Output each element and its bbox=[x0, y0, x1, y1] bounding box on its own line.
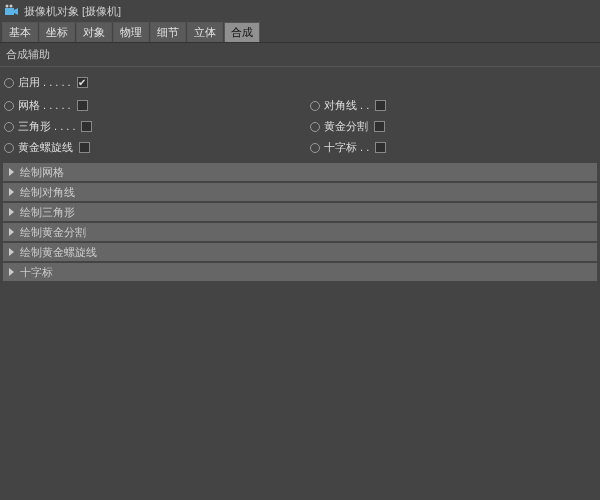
chevron-right-icon bbox=[9, 248, 14, 256]
chevron-right-icon bbox=[9, 268, 14, 276]
prop-crosshair-row: 十字标 . . bbox=[310, 140, 596, 155]
grid-checkbox[interactable] bbox=[77, 100, 88, 111]
tab-stereo[interactable]: 立体 bbox=[187, 22, 223, 42]
panel-label: 绘制三角形 bbox=[20, 205, 75, 220]
anim-dot-icon[interactable] bbox=[4, 101, 14, 111]
window-title: 摄像机对象 [摄像机] bbox=[24, 4, 121, 19]
panel-label: 绘制黄金分割 bbox=[20, 225, 86, 240]
diagonal-checkbox[interactable] bbox=[375, 100, 386, 111]
enable-checkbox[interactable]: ✔ bbox=[77, 77, 88, 88]
golden-label: 黄金分割 bbox=[324, 119, 368, 134]
grid-label: 网格 . . . . . bbox=[18, 98, 71, 113]
titlebar: 摄像机对象 [摄像机] bbox=[0, 0, 600, 22]
crosshair-label: 十字标 . . bbox=[324, 140, 369, 155]
tab-comp[interactable]: 合成 bbox=[224, 22, 260, 42]
anim-dot-icon[interactable] bbox=[310, 143, 320, 153]
chevron-right-icon bbox=[9, 228, 14, 236]
collapsible-panels: 绘制网格 绘制对角线 绘制三角形 绘制黄金分割 绘制黄金螺旋线 十字标 bbox=[0, 163, 600, 281]
enable-label: 启用 . . . . . bbox=[18, 75, 71, 90]
prop-grid-row: 网格 . . . . . bbox=[4, 98, 290, 113]
chevron-right-icon bbox=[9, 208, 14, 216]
anim-dot-icon[interactable] bbox=[310, 101, 320, 111]
tab-strip: 基本 坐标 对象 物理 细节 立体 合成 bbox=[0, 22, 600, 43]
spiral-label: 黄金螺旋线 bbox=[18, 140, 73, 155]
triangle-checkbox[interactable] bbox=[81, 121, 92, 132]
panel-label: 绘制黄金螺旋线 bbox=[20, 245, 97, 260]
panel-draw-diagonal[interactable]: 绘制对角线 bbox=[3, 183, 597, 201]
tab-detail[interactable]: 细节 bbox=[150, 22, 186, 42]
chevron-right-icon bbox=[9, 168, 14, 176]
panel-draw-golden[interactable]: 绘制黄金分割 bbox=[3, 223, 597, 241]
panel-draw-spiral[interactable]: 绘制黄金螺旋线 bbox=[3, 243, 597, 261]
triangle-label: 三角形 . . . . bbox=[18, 119, 75, 134]
prop-diagonal-row: 对角线 . . bbox=[310, 98, 596, 113]
properties-area: 启用 . . . . . ✔ 网格 . . . . . 对角线 . . 三角形 … bbox=[0, 67, 600, 163]
anim-dot-icon[interactable] bbox=[4, 78, 14, 88]
panel-draw-grid[interactable]: 绘制网格 bbox=[3, 163, 597, 181]
chevron-right-icon bbox=[9, 188, 14, 196]
panel-crosshair[interactable]: 十字标 bbox=[3, 263, 597, 281]
prop-spiral-row: 黄金螺旋线 bbox=[4, 140, 290, 155]
section-heading: 合成辅助 bbox=[0, 43, 600, 67]
svg-point-2 bbox=[6, 5, 9, 8]
svg-marker-1 bbox=[14, 8, 18, 15]
svg-rect-0 bbox=[5, 8, 14, 15]
prop-golden-row: 黄金分割 bbox=[310, 119, 596, 134]
golden-checkbox[interactable] bbox=[374, 121, 385, 132]
prop-enable-row: 启用 . . . . . ✔ bbox=[4, 75, 596, 90]
tab-object[interactable]: 对象 bbox=[76, 22, 112, 42]
panel-label: 十字标 bbox=[20, 265, 53, 280]
camera-icon bbox=[4, 3, 20, 19]
diagonal-label: 对角线 . . bbox=[324, 98, 369, 113]
panel-draw-triangle[interactable]: 绘制三角形 bbox=[3, 203, 597, 221]
svg-point-3 bbox=[10, 5, 13, 8]
tab-basic[interactable]: 基本 bbox=[2, 22, 38, 42]
anim-dot-icon[interactable] bbox=[4, 143, 14, 153]
anim-dot-icon[interactable] bbox=[310, 122, 320, 132]
prop-triangle-row: 三角形 . . . . bbox=[4, 119, 290, 134]
prop-grid: 网格 . . . . . 对角线 . . 三角形 . . . . 黄金分割 黄金… bbox=[4, 98, 596, 155]
crosshair-checkbox[interactable] bbox=[375, 142, 386, 153]
panel-label: 绘制对角线 bbox=[20, 185, 75, 200]
spiral-checkbox[interactable] bbox=[79, 142, 90, 153]
panel-label: 绘制网格 bbox=[20, 165, 64, 180]
anim-dot-icon[interactable] bbox=[4, 122, 14, 132]
tab-physics[interactable]: 物理 bbox=[113, 22, 149, 42]
tab-coord[interactable]: 坐标 bbox=[39, 22, 75, 42]
